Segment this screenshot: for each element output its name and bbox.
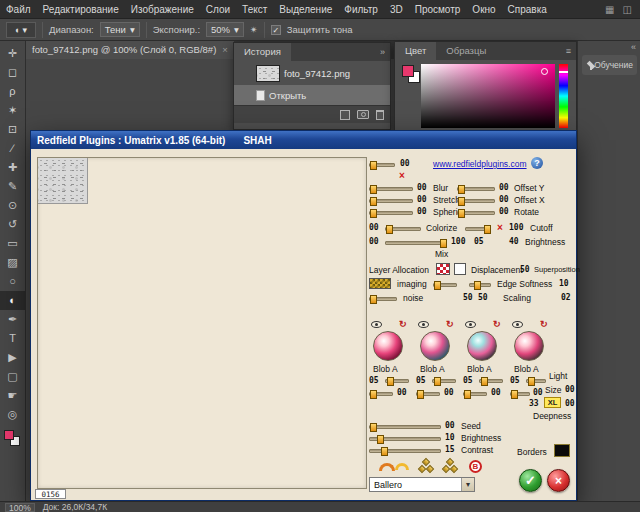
- slider-handle[interactable]: [481, 377, 488, 386]
- slider-handle[interactable]: [370, 197, 377, 206]
- menu-window[interactable]: Окно: [466, 0, 501, 19]
- eraser-tool[interactable]: ▭: [0, 234, 26, 253]
- learn-panel-button[interactable]: Обучение: [582, 55, 637, 75]
- reset-cross-icon[interactable]: ×: [399, 171, 405, 181]
- noise-slider[interactable]: [369, 297, 397, 301]
- clone-stamp-tool[interactable]: ⊙: [0, 196, 26, 215]
- seed-slider[interactable]: [369, 425, 441, 429]
- slider-handle[interactable]: [370, 161, 377, 170]
- top-slider[interactable]: [369, 163, 395, 167]
- zoom-tool[interactable]: ◎: [0, 405, 26, 424]
- blob-3-top-slider[interactable]: [479, 379, 503, 383]
- eye-icon[interactable]: [465, 321, 476, 328]
- b-button[interactable]: B: [469, 460, 482, 473]
- website-link[interactable]: www.redfieldplugins.com: [433, 159, 527, 169]
- slider-handle[interactable]: [434, 377, 441, 386]
- xl-button[interactable]: XL: [544, 397, 561, 408]
- slider-handle[interactable]: [377, 435, 384, 444]
- slider-handle[interactable]: [370, 209, 377, 218]
- blob-preview-1[interactable]: [373, 331, 403, 361]
- protect-tones-checkbox[interactable]: ✓: [271, 25, 281, 35]
- current-tool-preset[interactable]: ◐ ▾: [6, 22, 36, 38]
- edge-softness-slider[interactable]: [469, 283, 491, 287]
- reset-cross-icon[interactable]: ×: [497, 223, 503, 233]
- blob-2-bottom-slider[interactable]: [416, 392, 440, 396]
- path-select-tool[interactable]: ▶: [0, 348, 26, 367]
- power-icon[interactable]: ↻: [493, 320, 501, 329]
- slider-handle[interactable]: [370, 295, 377, 304]
- slider-handle[interactable]: [474, 281, 481, 290]
- blob-2-top-slider[interactable]: [432, 379, 456, 383]
- layer-allocation-checker-swatch[interactable]: [436, 263, 450, 275]
- brightness-slider[interactable]: [369, 437, 441, 441]
- shape-tool[interactable]: ▢: [0, 367, 26, 386]
- dodge-tool[interactable]: ◐: [0, 291, 26, 310]
- menu-select[interactable]: Выделение: [273, 0, 338, 19]
- workspace-grid-icon[interactable]: ▦: [605, 4, 614, 15]
- close-icon[interactable]: ×: [222, 41, 228, 59]
- type-tool[interactable]: T: [0, 329, 26, 348]
- blob-1-top-slider[interactable]: [385, 379, 409, 383]
- blob-preview-4[interactable]: [514, 331, 544, 361]
- document-tab[interactable]: foto_97412.png @ 100% (Слой 0, RGB/8#) ×: [26, 41, 234, 59]
- color-tab[interactable]: Цвет: [395, 42, 436, 60]
- menu-filter[interactable]: Фильтр: [338, 0, 384, 19]
- blur-slider[interactable]: [369, 187, 413, 191]
- zoom-level-field[interactable]: 100%: [5, 503, 35, 512]
- gradient-tool[interactable]: ▨: [0, 253, 26, 272]
- rainbow-arc-icon[interactable]: [379, 463, 395, 471]
- blur-tool[interactable]: ○: [0, 272, 26, 291]
- slider-handle[interactable]: [386, 225, 393, 234]
- power-icon[interactable]: ↻: [540, 320, 548, 329]
- stretch-slider[interactable]: [369, 199, 413, 203]
- menu-edit[interactable]: Редактирование: [37, 0, 125, 19]
- airbrush-icon[interactable]: ✴: [250, 24, 258, 35]
- blob-1-bottom-slider[interactable]: [369, 392, 393, 396]
- blob-preview-2[interactable]: [420, 331, 450, 361]
- pen-tool[interactable]: ✒: [0, 310, 26, 329]
- slider-handle[interactable]: [484, 225, 491, 234]
- foreground-color-swatch[interactable]: [4, 430, 14, 440]
- rainbow-arc-icon[interactable]: [395, 463, 409, 470]
- range-dropdown[interactable]: Тени ▾: [100, 22, 140, 37]
- help-button[interactable]: ?: [531, 157, 543, 169]
- ok-button[interactable]: ✓: [519, 469, 542, 492]
- menu-image[interactable]: Изображение: [125, 0, 200, 19]
- menu-layers[interactable]: Слои: [200, 0, 236, 19]
- slider-handle[interactable]: [458, 185, 465, 194]
- healing-brush-tool[interactable]: ✚: [0, 158, 26, 177]
- rotate-slider[interactable]: [457, 211, 495, 215]
- delete-state-icon[interactable]: [376, 110, 384, 120]
- marquee-tool[interactable]: ◻: [0, 63, 26, 82]
- collapse-dock-icon[interactable]: «: [631, 42, 636, 52]
- borders-color-swatch[interactable]: [554, 444, 570, 457]
- cutoff-slider[interactable]: [465, 227, 491, 231]
- hand-tool[interactable]: ☛: [0, 386, 26, 405]
- brush-tool[interactable]: ✎: [0, 177, 26, 196]
- new-snapshot-icon[interactable]: [357, 110, 369, 119]
- preset-dropdown[interactable]: Ballero ▾: [369, 477, 475, 492]
- imaging-texture-swatch[interactable]: [369, 278, 391, 289]
- power-icon[interactable]: ↻: [446, 320, 454, 329]
- magic-wand-tool[interactable]: ✶: [0, 101, 26, 120]
- mix-slider[interactable]: [385, 241, 447, 245]
- foreground-background-swatches[interactable]: [4, 430, 22, 448]
- menu-3d[interactable]: 3D: [384, 0, 409, 19]
- slider-handle[interactable]: [417, 390, 424, 399]
- power-icon[interactable]: ↻: [399, 320, 407, 329]
- history-snapshot-row[interactable]: foto_97412.png: [234, 61, 390, 85]
- new-document-from-state-icon[interactable]: [340, 110, 350, 120]
- cancel-button[interactable]: ×: [547, 469, 570, 492]
- swatches-tab[interactable]: Образцы: [436, 42, 496, 60]
- blob-4-bottom-slider[interactable]: [510, 392, 530, 396]
- history-brush-tool[interactable]: ↺: [0, 215, 26, 234]
- slider-handle[interactable]: [370, 390, 377, 399]
- snapshot-thumbnail[interactable]: [256, 65, 280, 82]
- slider-handle[interactable]: [458, 209, 465, 218]
- menu-help[interactable]: Справка: [502, 0, 553, 19]
- blob-4-top-slider[interactable]: [526, 379, 546, 383]
- slider-handle[interactable]: [370, 423, 377, 432]
- colorize-slider[interactable]: [385, 227, 421, 231]
- history-state-row[interactable]: Открыть: [234, 85, 390, 105]
- eye-icon[interactable]: [512, 321, 523, 328]
